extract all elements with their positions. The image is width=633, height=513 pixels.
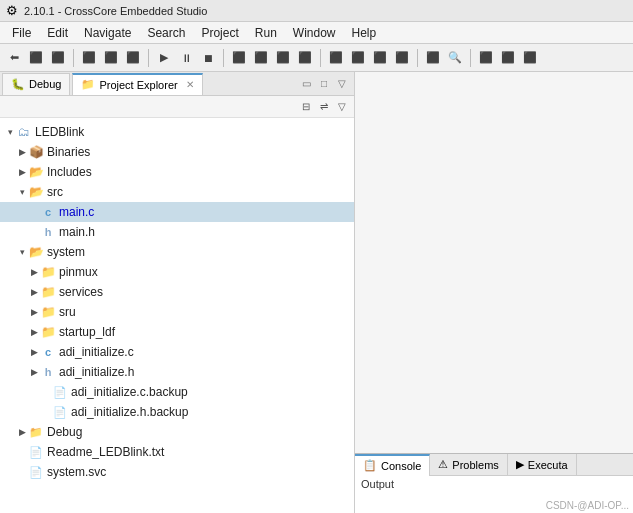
tree-item-adi-init-h[interactable]: ▶ h adi_initialize.h: [0, 362, 354, 382]
maximize-panel-button[interactable]: □: [316, 76, 332, 92]
toolbar: ⬅⬛⬛⬛⬛⬛▶⏸⏹⬛⬛⬛⬛⬛⬛⬛⬛⬛🔍⬛⬛⬛: [0, 44, 633, 72]
bottom-panel: 📋 Console ⚠ Problems ▶ Executa Output CS…: [355, 453, 633, 513]
tree-item-ledblink[interactable]: ▾ 🗂 LEDBlink: [0, 122, 354, 142]
toolbar-button-18[interactable]: ⬛: [348, 48, 368, 68]
tab-problems[interactable]: ⚠ Problems: [430, 454, 507, 476]
left-panel: 🐛 Debug 📁 Project Explorer ✕ ▭ □ ▽ ⊟ ⇌ ▽: [0, 72, 355, 513]
label-debug-folder: Debug: [47, 425, 82, 439]
h-file-icon: h: [40, 224, 56, 240]
tab-project-explorer[interactable]: 📁 Project Explorer ✕: [72, 73, 202, 95]
tree-item-binaries[interactable]: ▶ 📦 Binaries: [0, 142, 354, 162]
tree-item-debug-folder[interactable]: ▶ 📁 Debug: [0, 422, 354, 442]
toolbar-button-25[interactable]: ⬛: [476, 48, 496, 68]
tree-item-pinmux[interactable]: ▶ 📁 pinmux: [0, 262, 354, 282]
tab-debug[interactable]: 🐛 Debug: [2, 73, 70, 95]
toolbar-button-17[interactable]: ⬛: [326, 48, 346, 68]
tree-item-sru[interactable]: ▶ 📁 sru: [0, 302, 354, 322]
tree-item-main-h[interactable]: h main.h: [0, 222, 354, 242]
menu-item-help[interactable]: Help: [344, 24, 385, 42]
menu-item-project[interactable]: Project: [193, 24, 246, 42]
collapse-all-button[interactable]: ⊟: [298, 99, 314, 115]
tree-item-includes[interactable]: ▶ 📂 Includes: [0, 162, 354, 182]
tree-item-adi-init-c[interactable]: ▶ c adi_initialize.c: [0, 342, 354, 362]
txt-file-icon: 📄: [28, 444, 44, 460]
tree-item-services[interactable]: ▶ 📁 services: [0, 282, 354, 302]
link-editor-button[interactable]: ⇌: [316, 99, 332, 115]
toolbar-button-19[interactable]: ⬛: [370, 48, 390, 68]
c-file-icon: c: [40, 204, 56, 220]
sru-folder-icon: 📁: [40, 304, 56, 320]
tree-item-main-c[interactable]: c main.c: [0, 202, 354, 222]
tree-item-src[interactable]: ▾ 📂 src: [0, 182, 354, 202]
output-label: Output: [361, 478, 394, 490]
tab-bar: 🐛 Debug 📁 Project Explorer ✕ ▭ □ ▽: [0, 72, 354, 96]
backup-c-icon: 📄: [52, 384, 68, 400]
right-panel: 📋 Console ⚠ Problems ▶ Executa Output CS…: [355, 72, 633, 513]
adi-init-h-icon: h: [40, 364, 56, 380]
label-includes: Includes: [47, 165, 92, 179]
arrow-debug-folder: ▶: [16, 427, 28, 437]
tree-item-startup-ldf[interactable]: ▶ 📁 startup_ldf: [0, 322, 354, 342]
debug-tab-icon: 🐛: [11, 78, 25, 91]
toolbar-button-12[interactable]: ⬛: [229, 48, 249, 68]
toolbar-button-27[interactable]: ⬛: [520, 48, 540, 68]
arrow-binaries: ▶: [16, 147, 28, 157]
tree-item-adi-init-h-backup[interactable]: 📄 adi_initialize.h.backup: [0, 402, 354, 422]
menu-bar: FileEditNavigateSearchProjectRunWindowHe…: [0, 22, 633, 44]
minimize-panel-button[interactable]: ▭: [298, 76, 314, 92]
toolbar-button-6[interactable]: ⬛: [123, 48, 143, 68]
menu-item-window[interactable]: Window: [285, 24, 344, 42]
menu-item-edit[interactable]: Edit: [39, 24, 76, 42]
toolbar-button-0[interactable]: ⬅: [4, 48, 24, 68]
close-tab-icon[interactable]: ✕: [186, 79, 194, 90]
problems-tab-icon: ⚠: [438, 458, 448, 471]
label-main-h: main.h: [59, 225, 95, 239]
startup-ldf-folder-icon: 📁: [40, 324, 56, 340]
toolbar-button-26[interactable]: ⬛: [498, 48, 518, 68]
tree-item-system[interactable]: ▾ 📂 system: [0, 242, 354, 262]
menu-item-search[interactable]: Search: [139, 24, 193, 42]
tab-console[interactable]: 📋 Console: [355, 454, 430, 476]
toolbar-button-5[interactable]: ⬛: [101, 48, 121, 68]
label-ledblink: LEDBlink: [35, 125, 84, 139]
arrow-ledblink: ▾: [4, 127, 16, 137]
execute-tab-icon: ▶: [516, 458, 524, 471]
toolbar-button-9[interactable]: ⏸: [176, 48, 196, 68]
pinmux-folder-icon: 📁: [40, 264, 56, 280]
toolbar-separator: [320, 49, 321, 67]
label-binaries: Binaries: [47, 145, 90, 159]
menu-item-file[interactable]: File: [4, 24, 39, 42]
adi-init-c-icon: c: [40, 344, 56, 360]
label-sru: sru: [59, 305, 76, 319]
console-tab-label: Console: [381, 460, 421, 472]
toolbar-button-1[interactable]: ⬛: [26, 48, 46, 68]
toolbar-button-23[interactable]: 🔍: [445, 48, 465, 68]
label-readme: Readme_LEDBlink.txt: [47, 445, 164, 459]
toolbar-button-22[interactable]: ⬛: [423, 48, 443, 68]
menu-item-run[interactable]: Run: [247, 24, 285, 42]
tree-item-adi-init-c-backup[interactable]: 📄 adi_initialize.c.backup: [0, 382, 354, 402]
tree-view: ▾ 🗂 LEDBlink ▶ 📦 Binaries ▶ 📂 Includes: [0, 118, 354, 513]
toolbar-button-13[interactable]: ⬛: [251, 48, 271, 68]
label-system: system: [47, 245, 85, 259]
toolbar-separator: [417, 49, 418, 67]
toolbar-button-20[interactable]: ⬛: [392, 48, 412, 68]
toolbar-button-2[interactable]: ⬛: [48, 48, 68, 68]
bottom-tabs: 📋 Console ⚠ Problems ▶ Executa: [355, 454, 633, 476]
includes-icon: 📂: [28, 164, 44, 180]
label-pinmux: pinmux: [59, 265, 98, 279]
toolbar-button-15[interactable]: ⬛: [295, 48, 315, 68]
panel-menu-button[interactable]: ▽: [334, 76, 350, 92]
tree-item-system-svc[interactable]: 📄 system.svc: [0, 462, 354, 482]
tree-item-readme[interactable]: 📄 Readme_LEDBlink.txt: [0, 442, 354, 462]
toolbar-button-4[interactable]: ⬛: [79, 48, 99, 68]
toolbar-button-8[interactable]: ▶: [154, 48, 174, 68]
tab-controls: ▭ □ ▽: [298, 76, 354, 92]
toolbar-button-14[interactable]: ⬛: [273, 48, 293, 68]
problems-tab-label: Problems: [452, 459, 498, 471]
menu-item-navigate[interactable]: Navigate: [76, 24, 139, 42]
tab-execute[interactable]: ▶ Executa: [508, 454, 577, 476]
label-main-c: main.c: [59, 205, 94, 219]
toolbar-button-10[interactable]: ⏹: [198, 48, 218, 68]
tree-menu-button[interactable]: ▽: [334, 99, 350, 115]
